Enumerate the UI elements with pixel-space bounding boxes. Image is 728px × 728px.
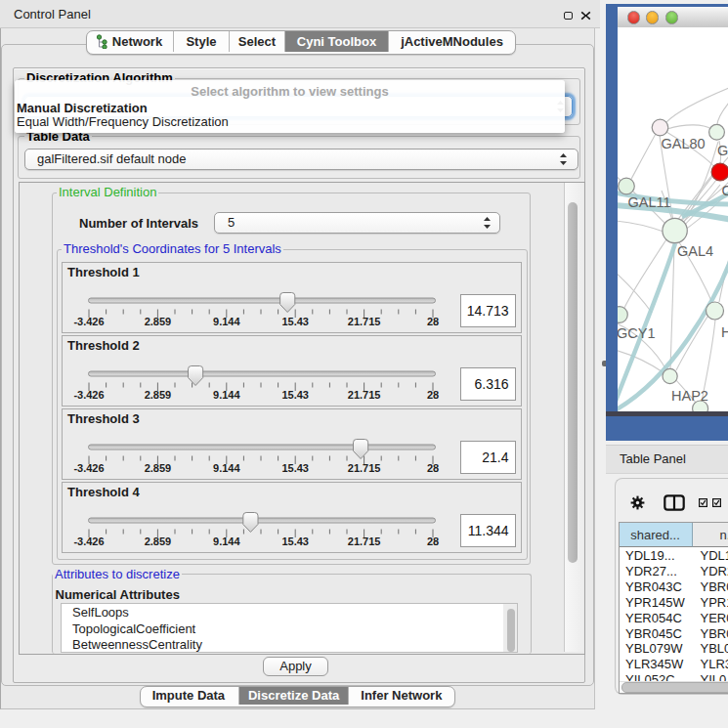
svg-text:GAL80: GAL80 [661,136,705,151]
svg-text:C.: C. [721,183,728,198]
svg-text:HAP2: HAP2 [671,388,708,404]
svg-text:GAL4: GAL4 [677,243,713,259]
svg-text:GAL11: GAL11 [627,194,670,210]
svg-text:H: H [721,324,728,340]
svg-text:GCY1: GCY1 [618,325,656,341]
svg-text:GA.: GA. [717,143,728,158]
